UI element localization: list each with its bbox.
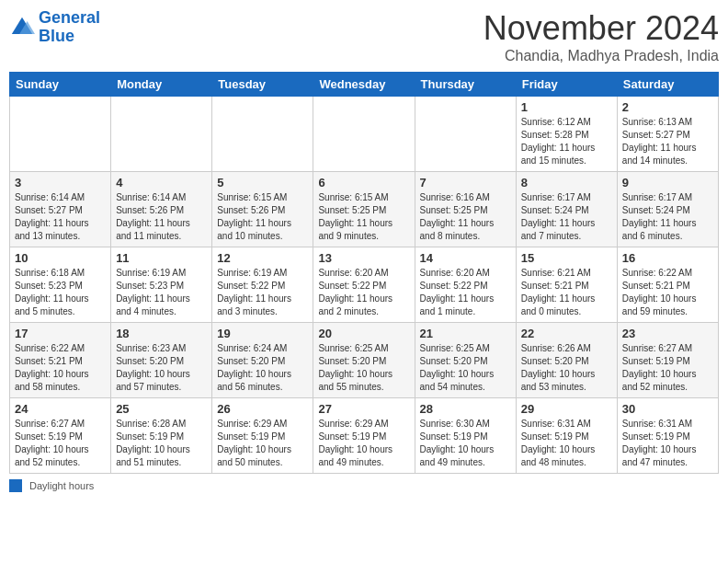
calendar-cell: 24Sunrise: 6:27 AM Sunset: 5:19 PM Dayli… — [10, 398, 111, 474]
calendar-cell — [212, 97, 313, 172]
logo-blue: Blue — [39, 27, 74, 45]
month-title: November 2024 — [483, 9, 719, 48]
calendar-cell: 7Sunrise: 6:16 AM Sunset: 5:25 PM Daylig… — [415, 172, 516, 247]
day-number: 7 — [420, 176, 511, 190]
day-number: 1 — [521, 100, 612, 114]
day-info: Sunrise: 6:24 AM Sunset: 5:20 PM Dayligh… — [217, 342, 308, 394]
calendar-cell: 20Sunrise: 6:25 AM Sunset: 5:20 PM Dayli… — [313, 323, 415, 398]
day-number: 13 — [318, 251, 409, 265]
calendar-cell: 28Sunrise: 6:30 AM Sunset: 5:19 PM Dayli… — [415, 398, 516, 474]
day-number: 21 — [420, 327, 511, 340]
calendar-cell: 27Sunrise: 6:29 AM Sunset: 5:19 PM Dayli… — [313, 398, 415, 474]
calendar-cell: 4Sunrise: 6:14 AM Sunset: 5:26 PM Daylig… — [111, 172, 212, 247]
calendar-cell — [313, 97, 415, 172]
legend-box — [9, 479, 22, 492]
week-row-3: 17Sunrise: 6:22 AM Sunset: 5:21 PM Dayli… — [10, 323, 719, 398]
day-info: Sunrise: 6:19 AM Sunset: 5:22 PM Dayligh… — [217, 267, 308, 318]
day-info: Sunrise: 6:18 AM Sunset: 5:23 PM Dayligh… — [15, 267, 106, 318]
logo: General Blue — [9, 9, 100, 46]
day-info: Sunrise: 6:14 AM Sunset: 5:26 PM Dayligh… — [116, 191, 207, 243]
calendar-cell: 10Sunrise: 6:18 AM Sunset: 5:23 PM Dayli… — [10, 247, 111, 323]
day-number: 28 — [420, 402, 511, 416]
day-number: 14 — [420, 251, 511, 265]
day-info: Sunrise: 6:31 AM Sunset: 5:19 PM Dayligh… — [521, 418, 612, 469]
day-info: Sunrise: 6:19 AM Sunset: 5:23 PM Dayligh… — [116, 267, 207, 318]
calendar-cell: 6Sunrise: 6:15 AM Sunset: 5:25 PM Daylig… — [313, 172, 415, 247]
day-info: Sunrise: 6:17 AM Sunset: 5:24 PM Dayligh… — [521, 191, 612, 243]
day-header-saturday: Saturday — [617, 73, 718, 97]
week-row-0: 1Sunrise: 6:12 AM Sunset: 5:28 PM Daylig… — [10, 97, 719, 172]
day-info: Sunrise: 6:29 AM Sunset: 5:19 PM Dayligh… — [217, 418, 308, 469]
week-row-2: 10Sunrise: 6:18 AM Sunset: 5:23 PM Dayli… — [10, 247, 719, 323]
calendar-cell: 29Sunrise: 6:31 AM Sunset: 5:19 PM Dayli… — [516, 398, 617, 474]
calendar-cell: 15Sunrise: 6:21 AM Sunset: 5:21 PM Dayli… — [516, 247, 617, 323]
calendar-table: SundayMondayTuesdayWednesdayThursdayFrid… — [9, 72, 719, 474]
day-info: Sunrise: 6:15 AM Sunset: 5:26 PM Dayligh… — [217, 191, 308, 243]
day-info: Sunrise: 6:12 AM Sunset: 5:28 PM Dayligh… — [521, 116, 612, 167]
logo-text: General Blue — [39, 9, 100, 46]
day-number: 29 — [521, 402, 612, 416]
day-info: Sunrise: 6:17 AM Sunset: 5:24 PM Dayligh… — [622, 191, 713, 243]
calendar-cell: 13Sunrise: 6:20 AM Sunset: 5:22 PM Dayli… — [313, 247, 415, 323]
calendar-cell: 11Sunrise: 6:19 AM Sunset: 5:23 PM Dayli… — [111, 247, 212, 323]
calendar-cell: 14Sunrise: 6:20 AM Sunset: 5:22 PM Dayli… — [415, 247, 516, 323]
calendar-cell — [111, 97, 212, 172]
calendar-cell: 12Sunrise: 6:19 AM Sunset: 5:22 PM Dayli… — [212, 247, 313, 323]
week-row-4: 24Sunrise: 6:27 AM Sunset: 5:19 PM Dayli… — [10, 398, 719, 474]
day-number: 20 — [318, 327, 409, 340]
day-info: Sunrise: 6:20 AM Sunset: 5:22 PM Dayligh… — [420, 267, 511, 318]
days-row: SundayMondayTuesdayWednesdayThursdayFrid… — [10, 73, 719, 97]
day-number: 19 — [217, 327, 308, 340]
day-info: Sunrise: 6:25 AM Sunset: 5:20 PM Dayligh… — [318, 342, 409, 394]
day-number: 2 — [622, 100, 713, 114]
day-info: Sunrise: 6:16 AM Sunset: 5:25 PM Dayligh… — [420, 191, 511, 243]
day-number: 8 — [521, 176, 612, 190]
location-title: Chandia, Madhya Pradesh, India — [483, 48, 719, 64]
calendar-body: 1Sunrise: 6:12 AM Sunset: 5:28 PM Daylig… — [10, 97, 719, 474]
day-info: Sunrise: 6:31 AM Sunset: 5:19 PM Dayligh… — [622, 418, 713, 469]
day-number: 6 — [318, 176, 409, 190]
day-info: Sunrise: 6:27 AM Sunset: 5:19 PM Dayligh… — [622, 342, 713, 394]
week-row-1: 3Sunrise: 6:14 AM Sunset: 5:27 PM Daylig… — [10, 172, 719, 247]
day-number: 24 — [15, 402, 106, 416]
day-info: Sunrise: 6:21 AM Sunset: 5:21 PM Dayligh… — [521, 267, 612, 318]
calendar-cell: 3Sunrise: 6:14 AM Sunset: 5:27 PM Daylig… — [10, 172, 111, 247]
calendar-header: SundayMondayTuesdayWednesdayThursdayFrid… — [10, 73, 719, 97]
day-info: Sunrise: 6:23 AM Sunset: 5:20 PM Dayligh… — [116, 342, 207, 394]
day-header-sunday: Sunday — [10, 73, 111, 97]
day-info: Sunrise: 6:27 AM Sunset: 5:19 PM Dayligh… — [15, 418, 106, 469]
day-number: 30 — [622, 402, 713, 416]
day-number: 10 — [15, 251, 106, 265]
calendar-cell: 23Sunrise: 6:27 AM Sunset: 5:19 PM Dayli… — [617, 323, 718, 398]
logo-icon — [9, 15, 35, 40]
day-number: 4 — [116, 176, 207, 190]
day-info: Sunrise: 6:22 AM Sunset: 5:21 PM Dayligh… — [15, 342, 106, 394]
day-info: Sunrise: 6:14 AM Sunset: 5:27 PM Dayligh… — [15, 191, 106, 243]
day-header-friday: Friday — [516, 73, 617, 97]
day-header-wednesday: Wednesday — [313, 73, 415, 97]
calendar-cell: 26Sunrise: 6:29 AM Sunset: 5:19 PM Dayli… — [212, 398, 313, 474]
day-info: Sunrise: 6:26 AM Sunset: 5:20 PM Dayligh… — [521, 342, 612, 394]
calendar-cell: 22Sunrise: 6:26 AM Sunset: 5:20 PM Dayli… — [516, 323, 617, 398]
day-info: Sunrise: 6:13 AM Sunset: 5:27 PM Dayligh… — [622, 116, 713, 167]
day-number: 3 — [15, 176, 106, 190]
calendar-cell: 16Sunrise: 6:22 AM Sunset: 5:21 PM Dayli… — [617, 247, 718, 323]
day-info: Sunrise: 6:22 AM Sunset: 5:21 PM Dayligh… — [622, 267, 713, 318]
day-number: 26 — [217, 402, 308, 416]
calendar-cell: 9Sunrise: 6:17 AM Sunset: 5:24 PM Daylig… — [617, 172, 718, 247]
day-header-thursday: Thursday — [415, 73, 516, 97]
legend-area: Daylight hours — [9, 479, 719, 492]
calendar-cell: 18Sunrise: 6:23 AM Sunset: 5:20 PM Dayli… — [111, 323, 212, 398]
day-info: Sunrise: 6:28 AM Sunset: 5:19 PM Dayligh… — [116, 418, 207, 469]
day-number: 17 — [15, 327, 106, 340]
day-info: Sunrise: 6:15 AM Sunset: 5:25 PM Dayligh… — [318, 191, 409, 243]
calendar-cell — [415, 97, 516, 172]
calendar-cell — [10, 97, 111, 172]
day-info: Sunrise: 6:20 AM Sunset: 5:22 PM Dayligh… — [318, 267, 409, 318]
calendar-cell: 2Sunrise: 6:13 AM Sunset: 5:27 PM Daylig… — [617, 97, 718, 172]
day-number: 9 — [622, 176, 713, 190]
day-number: 23 — [622, 327, 713, 340]
day-number: 12 — [217, 251, 308, 265]
day-number: 25 — [116, 402, 207, 416]
day-header-monday: Monday — [111, 73, 212, 97]
